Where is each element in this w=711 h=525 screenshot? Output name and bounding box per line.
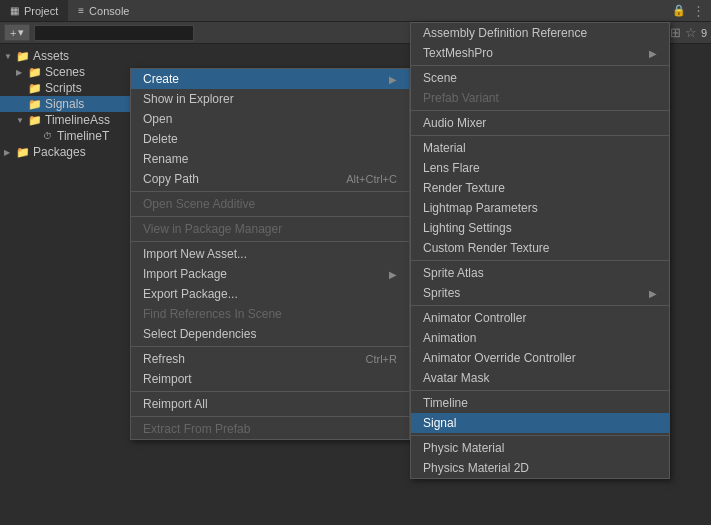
tab-console-label: Console	[89, 5, 129, 17]
menu-dots-icon[interactable]: ⋮	[692, 3, 705, 18]
show-in-explorer-label: Show in Explorer	[143, 92, 234, 106]
copy-path-label: Copy Path	[143, 172, 199, 186]
menu-item-audio-mixer[interactable]: Audio Mixer	[411, 113, 669, 133]
cm2-separator-2	[411, 110, 669, 111]
lens-flare-label: Lens Flare	[423, 161, 480, 175]
tree-item-timeline-t[interactable]: ▶ ⏱ TimelineT	[0, 128, 140, 144]
menu-item-rename[interactable]: Rename	[131, 149, 409, 169]
scenes-label: Scenes	[45, 65, 85, 79]
menu-item-refresh[interactable]: Refresh Ctrl+R	[131, 349, 409, 369]
reimport-label: Reimport	[143, 372, 192, 386]
rename-label: Rename	[143, 152, 188, 166]
menu-item-physics-material-2d[interactable]: Physics Material 2D	[411, 458, 669, 478]
render-texture-label: Render Texture	[423, 181, 505, 195]
menu-item-avatar-mask[interactable]: Avatar Mask	[411, 368, 669, 388]
menu-item-sprites[interactable]: Sprites ▶	[411, 283, 669, 303]
find-references-label: Find References In Scene	[143, 307, 282, 321]
separator-2	[131, 216, 409, 217]
scenes-folder-icon: 📁	[28, 65, 42, 79]
animation-label: Animation	[423, 331, 476, 345]
menu-item-signal[interactable]: Signal	[411, 413, 669, 433]
menu-item-create[interactable]: Create ▶	[131, 69, 409, 89]
reimport-all-label: Reimport All	[143, 397, 208, 411]
tree-item-timeline-assets[interactable]: ▼ 📁 TimelineAss	[0, 112, 140, 128]
menu-item-timeline[interactable]: Timeline	[411, 393, 669, 413]
import-package-arrow-icon: ▶	[389, 269, 397, 280]
prefab-variant-label: Prefab Variant	[423, 91, 499, 105]
tree-item-assets[interactable]: ▼ 📁 Assets	[0, 48, 140, 64]
menu-item-animation[interactable]: Animation	[411, 328, 669, 348]
context-menu-1: Create ▶ Show in Explorer Open Delete Re…	[130, 68, 410, 440]
custom-render-texture-label: Custom Render Texture	[423, 241, 550, 255]
menu-item-textmeshpro[interactable]: TextMeshPro ▶	[411, 44, 669, 63]
menu-item-delete[interactable]: Delete	[131, 129, 409, 149]
delete-label: Delete	[143, 132, 178, 146]
menu-item-import-new-asset[interactable]: Import New Asset...	[131, 244, 409, 264]
menu-item-animator-override-controller[interactable]: Animator Override Controller	[411, 348, 669, 368]
search-input[interactable]	[34, 25, 194, 41]
tree-item-scenes[interactable]: ▶ 📁 Scenes	[0, 64, 140, 80]
menu-item-reimport[interactable]: Reimport	[131, 369, 409, 389]
textmeshpro-arrow-icon: ▶	[649, 48, 657, 59]
create-arrow-icon: ▶	[389, 74, 397, 85]
menu-item-export-package[interactable]: Export Package...	[131, 284, 409, 304]
menu-item-scene[interactable]: Scene	[411, 68, 669, 88]
refresh-shortcut: Ctrl+R	[366, 353, 397, 365]
main-content: ▼ 📁 Assets ▶ 📁 Scenes ▶ 📁 Scripts ▶ 📁 Si…	[0, 44, 711, 525]
tree-item-signals[interactable]: ▶ 📁 Signals	[0, 96, 140, 112]
menu-item-material[interactable]: Material	[411, 138, 669, 158]
menu-item-render-texture[interactable]: Render Texture	[411, 178, 669, 198]
cm2-separator-7	[411, 435, 669, 436]
menu-item-sprite-atlas[interactable]: Sprite Atlas	[411, 263, 669, 283]
menu-item-open-scene-additive: Open Scene Additive	[131, 194, 409, 214]
toolbar-right: ⊞ ☆ 9	[670, 25, 707, 40]
menu-item-import-package[interactable]: Import Package ▶	[131, 264, 409, 284]
assets-folder-icon: 📁	[16, 49, 30, 63]
scenes-arrow: ▶	[16, 68, 28, 77]
physics-material-2d-label: Physics Material 2D	[423, 461, 529, 475]
menu-item-view-in-package-manager: View in Package Manager	[131, 219, 409, 239]
sprites-arrow-icon: ▶	[649, 288, 657, 299]
create-label: Create	[143, 72, 179, 86]
lightmap-parameters-label: Lightmap Parameters	[423, 201, 538, 215]
star-icon[interactable]: ☆	[685, 25, 697, 40]
menu-item-show-in-explorer[interactable]: Show in Explorer	[131, 89, 409, 109]
tree-item-packages[interactable]: ▶ 📁 Packages	[0, 144, 140, 160]
open-label: Open	[143, 112, 172, 126]
menu-item-open[interactable]: Open	[131, 109, 409, 129]
scripts-folder-icon: 📁	[28, 81, 42, 95]
scene-label: Scene	[423, 71, 457, 85]
cm2-separator-5	[411, 305, 669, 306]
avatar-mask-label: Avatar Mask	[423, 371, 489, 385]
lock-area: 🔒 ⋮	[672, 3, 711, 18]
timeline-assets-label: TimelineAss	[45, 113, 110, 127]
menu-item-reimport-all[interactable]: Reimport All	[131, 394, 409, 414]
cm2-separator-6	[411, 390, 669, 391]
menu-item-animator-controller[interactable]: Animator Controller	[411, 308, 669, 328]
menu-item-select-dependencies[interactable]: Select Dependencies	[131, 324, 409, 344]
timeline-assets-arrow: ▼	[16, 116, 28, 125]
menu-item-lightmap-parameters[interactable]: Lightmap Parameters	[411, 198, 669, 218]
add-button[interactable]: + ▾	[4, 24, 30, 41]
menu-item-lighting-settings[interactable]: Lighting Settings	[411, 218, 669, 238]
physic-material-label: Physic Material	[423, 441, 504, 455]
menu-item-physic-material[interactable]: Physic Material	[411, 438, 669, 458]
menu-item-lens-flare[interactable]: Lens Flare	[411, 158, 669, 178]
refresh-label: Refresh	[143, 352, 185, 366]
menu-item-find-references: Find References In Scene	[131, 304, 409, 324]
menu-item-copy-path[interactable]: Copy Path Alt+Ctrl+C	[131, 169, 409, 189]
tab-project[interactable]: ▦ Project	[0, 0, 68, 21]
audio-mixer-label: Audio Mixer	[423, 116, 486, 130]
menu-item-custom-render-texture[interactable]: Custom Render Texture	[411, 238, 669, 258]
cm2-separator-3	[411, 135, 669, 136]
grid-icon[interactable]: ⊞	[670, 25, 681, 40]
export-package-label: Export Package...	[143, 287, 238, 301]
context-menu-2: Assembly Definition Reference TextMeshPr…	[410, 44, 670, 479]
lock-icon[interactable]: 🔒	[672, 4, 686, 17]
scripts-label: Scripts	[45, 81, 82, 95]
tab-console[interactable]: ≡ Console	[68, 0, 139, 21]
import-package-label: Import Package	[143, 267, 227, 281]
file-tree: ▼ 📁 Assets ▶ 📁 Scenes ▶ 📁 Scripts ▶ 📁 Si…	[0, 44, 140, 525]
assets-arrow: ▼	[4, 52, 16, 61]
tree-item-scripts[interactable]: ▶ 📁 Scripts	[0, 80, 140, 96]
